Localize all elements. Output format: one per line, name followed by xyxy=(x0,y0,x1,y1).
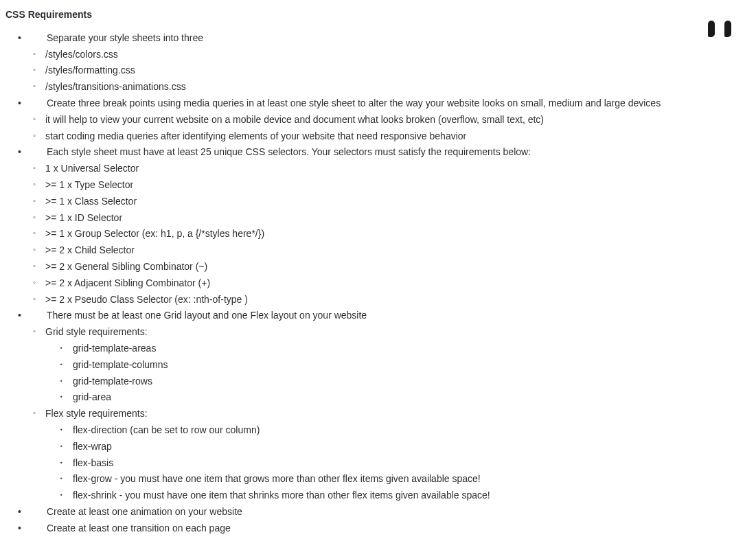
list-item: /styles/formatting.css xyxy=(33,62,751,79)
list-item: grid-template-areas xyxy=(60,341,751,357)
list-item-text: >= 2 x Adjacent Sibling Combinator (+) xyxy=(45,277,210,288)
nested-list: /styles/colors.css/styles/formatting.css… xyxy=(32,47,751,95)
list-item-text: /styles/formatting.css xyxy=(45,65,135,76)
list-item-text: flex-basis xyxy=(73,457,113,468)
list-item-text: There must be at least one Grid layout a… xyxy=(32,308,367,324)
list-item: Flex style requirements:flex-direction (… xyxy=(33,406,751,504)
list-item-text: >= 1 x Type Selector xyxy=(45,179,133,190)
list-item: Separate your style sheets into three/st… xyxy=(18,30,751,95)
list-item: >= 1 x Class Selector xyxy=(33,194,751,210)
list-item-text: /styles/transitions-animations.css xyxy=(45,81,186,92)
list-item-text: >= 2 x Pseudo Class Selector (ex: :nth-o… xyxy=(45,294,248,305)
list-item: /styles/transitions-animations.css xyxy=(33,79,751,95)
nested-list: grid-template-areasgrid-template-columns… xyxy=(45,341,751,406)
list-item-text: >= 1 x ID Selector xyxy=(45,212,122,223)
list-item: /styles/colors.css xyxy=(33,47,751,63)
list-item: There must be at least one Grid layout a… xyxy=(18,308,751,504)
list-item-text: grid-template-columns xyxy=(73,359,168,370)
list-item-text: 1 x Universal Selector xyxy=(45,163,139,174)
list-item-text: flex-grow - you must have one item that … xyxy=(73,473,481,484)
nested-list: Grid style requirements:grid-template-ar… xyxy=(32,324,751,504)
requirements-list: Separate your style sheets into three/st… xyxy=(5,30,751,537)
list-item-text: /styles/colors.css xyxy=(45,49,118,60)
list-item-text: flex-shrink - you must have one item tha… xyxy=(73,490,490,501)
list-item: grid-template-columns xyxy=(60,357,751,374)
list-item: flex-basis xyxy=(60,455,751,472)
list-item-text: Grid style requirements: xyxy=(45,326,148,337)
list-item: Grid style requirements:grid-template-ar… xyxy=(33,324,751,406)
list-item: Create at least one transition on each p… xyxy=(18,520,751,537)
list-item: Create at least one animation on your we… xyxy=(18,504,751,520)
list-item-text: Each style sheet must have at least 25 u… xyxy=(32,144,531,161)
list-item: Create three break points using media qu… xyxy=(18,95,751,144)
list-item-text: grid-area xyxy=(73,391,111,402)
list-item-text: >= 2 x General Sibling Combinator (~) xyxy=(45,261,207,272)
nested-list: it will help to view your current websit… xyxy=(32,112,751,145)
list-item: it will help to view your current websit… xyxy=(33,112,751,128)
list-item: flex-direction (can be set to row our co… xyxy=(60,422,751,439)
list-item: 1 x Universal Selector xyxy=(33,161,751,177)
nested-list: 1 x Universal Selector>= 1 x Type Select… xyxy=(32,161,751,308)
list-item: start coding media queries after identif… xyxy=(33,128,751,145)
list-item: flex-shrink - you must have one item tha… xyxy=(60,488,751,504)
list-item-text: Create at least one animation on your we… xyxy=(32,504,242,520)
list-item: flex-grow - you must have one item that … xyxy=(60,471,751,488)
list-item-text: start coding media queries after identif… xyxy=(45,130,466,141)
list-item-text: flex-wrap xyxy=(73,441,112,452)
list-item-text: Create three break points using media qu… xyxy=(32,95,661,112)
list-item-text: grid-template-areas xyxy=(73,343,156,354)
list-item-text: >= 1 x Group Selector (ex: h1, p, a {/*s… xyxy=(45,228,264,239)
list-item: >= 1 x Group Selector (ex: h1, p, a {/*s… xyxy=(33,226,751,242)
section-heading: CSS Requirements xyxy=(5,7,751,23)
list-item: >= 2 x Adjacent Sibling Combinator (+) xyxy=(33,275,751,292)
list-item-text: grid-template-rows xyxy=(73,376,152,387)
list-item: >= 2 x Pseudo Class Selector (ex: :nth-o… xyxy=(33,292,751,308)
list-item-text: >= 2 x Child Selector xyxy=(45,244,135,255)
list-item-text: >= 1 x Class Selector xyxy=(45,196,137,207)
list-item: >= 1 x Type Selector xyxy=(33,177,751,194)
list-item: grid-area xyxy=(60,389,751,406)
list-item: >= 2 x Child Selector xyxy=(33,242,751,259)
list-item: >= 2 x General Sibling Combinator (~) xyxy=(33,259,751,275)
list-item: flex-wrap xyxy=(60,439,751,455)
list-item: >= 1 x ID Selector xyxy=(33,210,751,227)
list-item-text: it will help to view your current websit… xyxy=(45,114,544,125)
list-item: grid-template-rows xyxy=(60,374,751,390)
list-item-text: Create at least one transition on each p… xyxy=(32,520,231,537)
list-item: Each style sheet must have at least 25 u… xyxy=(18,144,751,308)
list-item-text: Flex style requirements: xyxy=(45,408,148,419)
list-item-text: Separate your style sheets into three xyxy=(32,30,203,47)
list-item-text: flex-direction (can be set to row our co… xyxy=(73,424,260,435)
nested-list: flex-direction (can be set to row our co… xyxy=(45,422,751,504)
